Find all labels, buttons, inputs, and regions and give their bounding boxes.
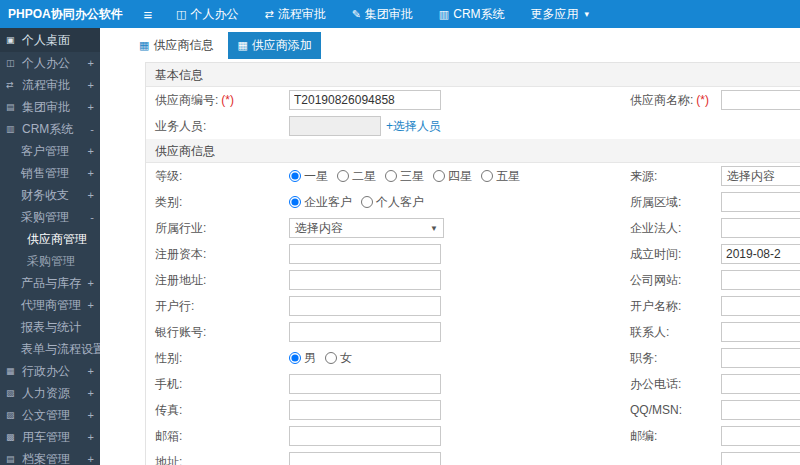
address-extra-input[interactable] bbox=[721, 452, 800, 465]
tab-供应商信息[interactable]: ▦供应商信息 bbox=[130, 32, 222, 59]
topnav-item-更多应用[interactable]: 更多应用▾ bbox=[518, 0, 603, 28]
sidebar-item-客户管理[interactable]: 客户管理+ bbox=[0, 140, 100, 162]
select-person-link[interactable]: +选择人员 bbox=[386, 118, 441, 135]
sidebar-item-行政办公[interactable]: ▦行政办公+ bbox=[0, 360, 100, 382]
field-control: 企业客户个人客户 bbox=[289, 194, 433, 211]
radio-input[interactable] bbox=[289, 196, 301, 208]
radio-input[interactable] bbox=[289, 352, 301, 364]
founded-date-input[interactable] bbox=[721, 244, 800, 264]
fax-input[interactable] bbox=[289, 400, 441, 420]
expand-toggle-icon[interactable]: + bbox=[86, 409, 94, 421]
sidebar-item-采购管理[interactable]: 采购管理- bbox=[0, 206, 100, 228]
right-field: 职务: bbox=[621, 345, 800, 371]
expand-toggle-icon[interactable]: + bbox=[86, 145, 94, 157]
sidebar-item-用车管理[interactable]: ▩用车管理+ bbox=[0, 426, 100, 448]
sidebar-item-label: 客户管理 bbox=[21, 143, 69, 160]
expand-toggle-icon[interactable]: + bbox=[86, 167, 94, 179]
sidebar-item-label: 个人桌面 bbox=[22, 32, 70, 49]
radio-option-一星[interactable]: 一星 bbox=[289, 168, 328, 185]
radio-option-男[interactable]: 男 bbox=[289, 350, 316, 367]
office-phone-input[interactable] bbox=[721, 374, 800, 394]
industry-select[interactable]: 选择内容▼ bbox=[289, 218, 444, 238]
job-title-input[interactable] bbox=[721, 348, 800, 368]
radio-input[interactable] bbox=[289, 170, 301, 182]
expand-toggle-icon[interactable]: + bbox=[86, 387, 94, 399]
hamburger-icon[interactable]: ≡ bbox=[133, 6, 163, 23]
sidebar-item-集团审批[interactable]: ▤集团审批+ bbox=[0, 96, 100, 118]
address-input[interactable] bbox=[289, 452, 441, 465]
topnav-item-集团审批[interactable]: ✎集团审批 bbox=[339, 0, 426, 28]
field-label: 银行账号: bbox=[146, 324, 289, 341]
field-control bbox=[721, 218, 800, 238]
expand-toggle-icon[interactable]: + bbox=[86, 453, 94, 465]
source-select[interactable]: 选择内容▼ bbox=[721, 166, 800, 186]
expand-toggle-icon[interactable]: + bbox=[86, 277, 94, 289]
radio-option-四星[interactable]: 四星 bbox=[433, 168, 472, 185]
sidebar-item-财务收支[interactable]: 财务收支+ bbox=[0, 184, 100, 206]
form-row: 所属行业:选择内容▼企业法人: bbox=[146, 215, 800, 241]
sidebar-item-个人办公[interactable]: ◫个人办公+ bbox=[0, 52, 100, 74]
radio-input[interactable] bbox=[361, 196, 373, 208]
business-person-input[interactable] bbox=[289, 116, 381, 136]
radio-input[interactable] bbox=[433, 170, 445, 182]
sidebar-item-人力资源[interactable]: ▧人力资源+ bbox=[0, 382, 100, 404]
mobile-input[interactable] bbox=[289, 374, 441, 394]
radio-option-三星[interactable]: 三星 bbox=[385, 168, 424, 185]
field-label: 开户行: bbox=[146, 298, 289, 315]
tab-供应商添加[interactable]: ▦供应商添加 bbox=[228, 32, 320, 59]
sidebar-item-label: 用车管理 bbox=[22, 429, 70, 446]
postcode-input[interactable] bbox=[721, 426, 800, 446]
expand-toggle-icon[interactable]: - bbox=[88, 211, 94, 223]
sidebar-item-产品与库存[interactable]: 产品与库存+ bbox=[0, 272, 100, 294]
qq-msn-input[interactable] bbox=[721, 400, 800, 420]
radio-option-五星[interactable]: 五星 bbox=[481, 168, 520, 185]
bank-account-input[interactable] bbox=[289, 322, 441, 342]
expand-toggle-icon[interactable]: + bbox=[86, 57, 94, 69]
region-input[interactable] bbox=[721, 192, 800, 212]
sidebar-item-公文管理[interactable]: ▨公文管理+ bbox=[0, 404, 100, 426]
expand-toggle-icon[interactable]: + bbox=[86, 299, 94, 311]
radio-input[interactable] bbox=[385, 170, 397, 182]
sidebar-item-label: 行政办公 bbox=[22, 363, 70, 380]
radio-option-个人客户[interactable]: 个人客户 bbox=[361, 194, 424, 211]
account-name-input[interactable] bbox=[721, 296, 800, 316]
expand-toggle-icon[interactable]: + bbox=[86, 365, 94, 377]
tab-label: 供应商信息 bbox=[153, 37, 213, 54]
supplier-code-input[interactable] bbox=[289, 90, 441, 110]
legal-person-input[interactable] bbox=[721, 218, 800, 238]
right-field: 公司网站: bbox=[621, 267, 800, 293]
sidebar-item-代理商管理[interactable]: 代理商管理+ bbox=[0, 294, 100, 316]
sidebar-item-采购管理[interactable]: 采购管理 bbox=[0, 250, 100, 272]
radio-input[interactable] bbox=[325, 352, 337, 364]
website-input[interactable] bbox=[721, 270, 800, 290]
sidebar-item-报表与统计[interactable]: 报表与统计 bbox=[0, 316, 100, 338]
email-input[interactable] bbox=[289, 426, 441, 446]
supplier-name-input[interactable] bbox=[721, 90, 800, 110]
sidebar-item-销售管理[interactable]: 销售管理+ bbox=[0, 162, 100, 184]
sidebar-item-个人桌面[interactable]: ▣个人桌面 bbox=[0, 28, 100, 52]
sidebar-item-表单与流程设置[interactable]: 表单与流程设置+ bbox=[0, 338, 100, 360]
sidebar-item-档案管理[interactable]: ▤档案管理+ bbox=[0, 448, 100, 465]
radio-option-企业客户[interactable]: 企业客户 bbox=[289, 194, 352, 211]
bank-name-input[interactable] bbox=[289, 296, 441, 316]
expand-toggle-icon[interactable]: + bbox=[86, 79, 94, 91]
contact-person-input[interactable] bbox=[721, 322, 800, 342]
topnav-item-流程审批[interactable]: ⇄流程审批 bbox=[251, 0, 338, 28]
expand-toggle-icon[interactable]: + bbox=[86, 431, 94, 443]
registered-address-input[interactable] bbox=[289, 270, 441, 290]
sidebar-item-label: 财务收支 bbox=[21, 187, 69, 204]
radio-option-二星[interactable]: 二星 bbox=[337, 168, 376, 185]
radio-input[interactable] bbox=[337, 170, 349, 182]
topnav-item-CRM系统[interactable]: ▥CRM系统 bbox=[426, 0, 518, 28]
expand-toggle-icon[interactable]: + bbox=[86, 101, 94, 113]
expand-toggle-icon[interactable]: + bbox=[86, 189, 94, 201]
field-label: 注册地址: bbox=[146, 272, 289, 289]
registered-capital-input[interactable] bbox=[289, 244, 441, 264]
sidebar-item-流程审批[interactable]: ⇄流程审批+ bbox=[0, 74, 100, 96]
expand-toggle-icon[interactable]: - bbox=[88, 123, 94, 135]
sidebar-item-供应商管理[interactable]: 供应商管理 bbox=[0, 228, 100, 250]
radio-option-女[interactable]: 女 bbox=[325, 350, 352, 367]
radio-input[interactable] bbox=[481, 170, 493, 182]
sidebar-item-CRM系统[interactable]: ▥CRM系统- bbox=[0, 118, 100, 140]
topnav-item-个人办公[interactable]: ◫个人办公 bbox=[163, 0, 251, 28]
